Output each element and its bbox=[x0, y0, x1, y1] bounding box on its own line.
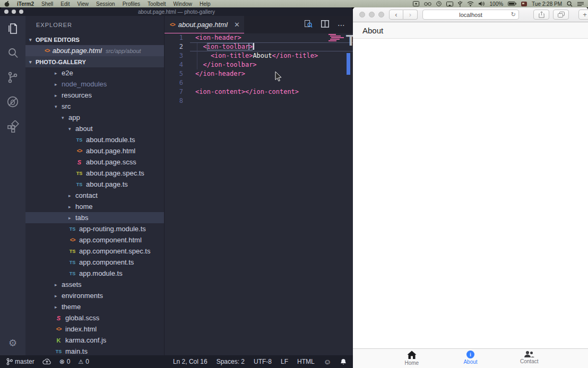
activity-search[interactable] bbox=[6, 47, 19, 59]
vscode-traffic-lights[interactable] bbox=[4, 10, 23, 14]
tree-item[interactable]: TSabout.module.ts bbox=[25, 134, 164, 145]
menu-item-iterm2[interactable]: iTerm2 bbox=[17, 1, 34, 7]
tree-item[interactable]: TSmain.ts bbox=[25, 346, 164, 355]
status-item[interactable]: HTML bbox=[297, 358, 315, 365]
activity-source-control[interactable] bbox=[6, 71, 19, 84]
status-item[interactable]: master bbox=[6, 358, 34, 365]
timer-icon[interactable] bbox=[436, 1, 442, 6]
tree-item[interactable]: <>index.html bbox=[25, 323, 164, 335]
usb-icon[interactable] bbox=[458, 1, 462, 7]
tab-overview-button[interactable] bbox=[553, 10, 569, 20]
battery-icon bbox=[508, 2, 516, 6]
tree-item[interactable]: ▾app bbox=[25, 112, 164, 123]
tree-item[interactable]: ▸e2e bbox=[25, 67, 164, 78]
wifi-icon[interactable] bbox=[467, 1, 474, 6]
tree-item[interactable]: TSabout.page.ts bbox=[25, 179, 164, 190]
tree-item[interactable]: ▾about bbox=[25, 123, 164, 134]
display-mirroring-icon[interactable] bbox=[446, 2, 453, 6]
address-bar[interactable]: localhost ↻ bbox=[422, 10, 519, 20]
activity-extensions[interactable] bbox=[6, 120, 19, 133]
tree-item[interactable]: ▸theme bbox=[25, 301, 164, 312]
screen-capture-icon[interactable] bbox=[413, 1, 419, 6]
karma-file-icon: K bbox=[55, 337, 63, 344]
menu-item-profiles[interactable]: Profiles bbox=[123, 1, 140, 7]
settings-gear-icon[interactable]: ⚙ bbox=[0, 337, 25, 349]
status-item[interactable]: LF bbox=[281, 358, 288, 365]
status-item[interactable] bbox=[340, 358, 347, 365]
editor-tab-about-page-html[interactable]: <> about.page.html ✕ bbox=[165, 16, 244, 33]
tree-item[interactable]: ▸environments bbox=[25, 290, 164, 301]
status-item[interactable]: UTF-8 bbox=[254, 358, 272, 365]
tree-item[interactable]: TSapp.component.ts bbox=[25, 257, 164, 268]
tree-item-label: about.page.ts bbox=[86, 180, 128, 188]
open-editor-item[interactable]: <> about.page.html src/app/about bbox=[25, 45, 164, 56]
tab-home[interactable]: Home bbox=[388, 351, 436, 366]
tree-item[interactable]: TSapp.module.ts bbox=[25, 268, 164, 279]
safari-traffic-lights[interactable] bbox=[359, 12, 384, 17]
status-item[interactable]: ⚠0 bbox=[78, 358, 89, 365]
code-line[interactable]: <ion-toolbar> bbox=[195, 42, 353, 51]
minimap[interactable] bbox=[328, 34, 347, 42]
tree-item[interactable]: ▾src bbox=[25, 101, 164, 112]
menu-item-window[interactable]: Window bbox=[173, 1, 192, 7]
status-item[interactable]: ☺ bbox=[324, 357, 331, 366]
tree-item[interactable]: <>app.component.html bbox=[25, 234, 164, 246]
vscode-titlebar[interactable]: about.page.html — photo-gallery bbox=[0, 7, 353, 16]
tree-item[interactable]: ▸home bbox=[25, 201, 164, 212]
apple-menu-icon[interactable] bbox=[4, 1, 10, 7]
tree-item[interactable]: Sglobal.scss bbox=[25, 312, 164, 323]
back-button[interactable]: ‹ bbox=[389, 10, 403, 20]
new-tab-button[interactable]: + bbox=[578, 10, 588, 20]
open-preview-icon[interactable] bbox=[304, 20, 313, 30]
tree-item-label: tabs bbox=[75, 214, 89, 222]
code-line[interactable]: </ion-toolbar> bbox=[195, 60, 353, 69]
activity-explorer[interactable] bbox=[6, 22, 19, 35]
code-line[interactable]: <ion-title>About</ion-title> bbox=[195, 51, 353, 60]
forward-button[interactable]: › bbox=[403, 10, 418, 20]
code-line[interactable]: </ion-header> bbox=[195, 69, 353, 78]
split-editor-icon[interactable] bbox=[321, 20, 329, 30]
more-actions-icon[interactable]: ⋯ bbox=[338, 21, 345, 29]
tab-contact[interactable]: Contact bbox=[505, 351, 553, 364]
status-item[interactable]: ⊗0 bbox=[59, 358, 71, 365]
menubar-clock[interactable]: Tue 2:28 PM bbox=[532, 1, 562, 7]
code-line[interactable] bbox=[195, 78, 353, 87]
project-root-header[interactable]: ▾ PHOTO-GALLERY bbox=[25, 56, 164, 67]
tree-item[interactable]: TSapp.component.spec.ts bbox=[25, 246, 164, 257]
chevron-right-icon: ▸ bbox=[68, 193, 75, 198]
menu-item-shell[interactable]: Shell bbox=[41, 1, 53, 7]
share-button[interactable] bbox=[533, 10, 549, 20]
notification-center-icon[interactable] bbox=[577, 2, 584, 6]
status-item[interactable]: Spaces: 2 bbox=[217, 358, 245, 365]
tree-item[interactable]: ▸node_modules bbox=[25, 78, 164, 90]
open-editors-header[interactable]: ▾ OPEN EDITORS bbox=[25, 34, 164, 45]
app-status-icon[interactable] bbox=[521, 1, 527, 7]
menu-item-help[interactable]: Help bbox=[200, 1, 211, 7]
tree-item[interactable]: ▸resources bbox=[25, 90, 164, 101]
reload-icon[interactable]: ↻ bbox=[511, 11, 516, 18]
tree-item[interactable]: TSapp-routing.module.ts bbox=[25, 223, 164, 234]
volume-icon[interactable] bbox=[479, 1, 485, 6]
tree-item[interactable]: TSabout.page.spec.ts bbox=[25, 168, 164, 179]
menu-item-edit[interactable]: Edit bbox=[60, 1, 70, 7]
menu-item-session[interactable]: Session bbox=[96, 1, 115, 7]
menu-item-toolbelt[interactable]: Toolbelt bbox=[148, 1, 166, 7]
tree-item[interactable]: ▸tabs bbox=[25, 212, 164, 223]
tree-item[interactable]: Kkarma.conf.js bbox=[25, 335, 164, 346]
status-item[interactable] bbox=[42, 358, 51, 365]
code-line[interactable]: <ion-content></ion-content> bbox=[195, 87, 353, 97]
status-item[interactable]: Ln 2, Col 16 bbox=[173, 358, 207, 365]
tree-item[interactable]: <>about.page.html bbox=[25, 145, 164, 156]
code-line[interactable] bbox=[195, 97, 353, 106]
tree-item-label: app-routing.module.ts bbox=[79, 225, 146, 233]
menu-item-view[interactable]: View bbox=[77, 1, 89, 7]
glasses-icon[interactable] bbox=[424, 2, 431, 6]
code-editor[interactable]: 12345678 <ion-header> <ion-toolbar> <ion… bbox=[165, 33, 353, 355]
tree-item[interactable]: Sabout.page.scss bbox=[25, 156, 164, 168]
tree-item[interactable]: ▸assets bbox=[25, 279, 164, 290]
spotlight-search-icon[interactable] bbox=[567, 1, 573, 7]
tree-item[interactable]: ▸contact bbox=[25, 190, 164, 201]
activity-debug[interactable] bbox=[6, 95, 19, 108]
tab-about[interactable]: iAbout bbox=[447, 351, 495, 365]
close-tab-icon[interactable]: ✕ bbox=[234, 21, 240, 29]
